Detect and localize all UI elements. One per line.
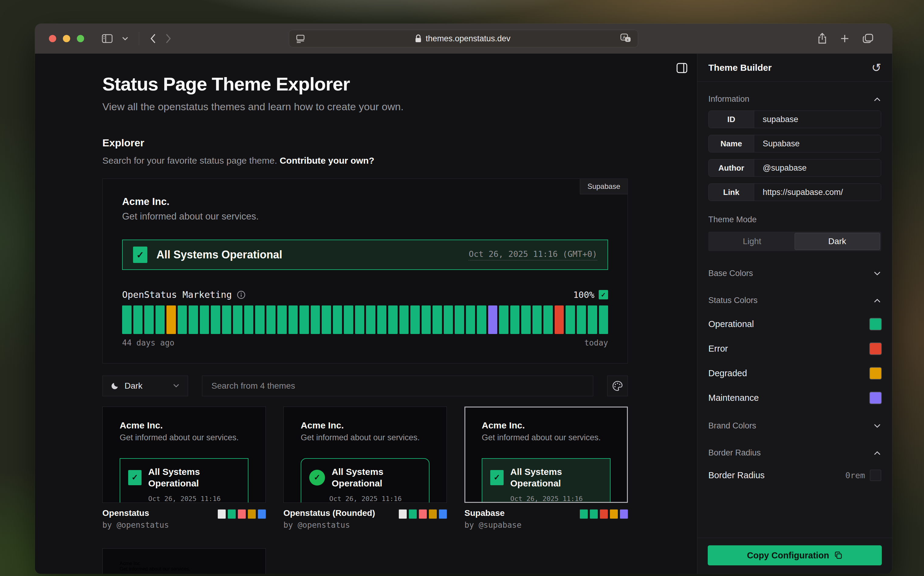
uptime-bar-operational[interactable] — [266, 306, 276, 334]
status-color-row-maintenance: Maintenance — [708, 392, 881, 403]
uptime-bar-operational[interactable] — [322, 306, 331, 334]
field-name-input[interactable]: Supabase — [754, 135, 881, 152]
new-tab-icon[interactable] — [840, 34, 850, 43]
uptime-bar-operational[interactable] — [444, 306, 453, 334]
minimize-window-button[interactable] — [63, 35, 70, 42]
uptime-bar-operational[interactable] — [355, 306, 365, 334]
uptime-bar-operational[interactable] — [178, 306, 187, 334]
sidebar-toggle-icon[interactable] — [102, 34, 113, 43]
uptime-bar-operational[interactable] — [599, 306, 609, 334]
uptime-bar-operational[interactable] — [244, 306, 254, 334]
address-bar[interactable]: themes.openstatus.dev Ax — [289, 30, 638, 47]
uptime-bar-maintenance[interactable] — [488, 306, 498, 334]
uptime-bar-operational[interactable] — [532, 306, 542, 334]
uptime-bar-operational[interactable] — [200, 306, 209, 334]
light-mode-option[interactable]: Light — [709, 233, 794, 250]
uptime-bar-operational[interactable] — [189, 306, 198, 334]
uptime-bar-operational[interactable] — [311, 306, 320, 334]
uptime-bar-operational[interactable] — [410, 306, 420, 334]
uptime-bar-operational[interactable] — [577, 306, 586, 334]
uptime-bar-operational[interactable] — [399, 306, 409, 334]
uptime-bar-operational[interactable] — [133, 306, 143, 334]
degraded-color-swatch[interactable] — [870, 368, 881, 379]
base-colors-section-header[interactable]: Base Colors — [708, 269, 881, 278]
border-radius-section-header[interactable]: Border Radius — [708, 448, 881, 458]
uptime-bar-operational[interactable] — [255, 306, 264, 334]
field-author-input[interactable]: @supabase — [754, 159, 881, 176]
sidebar-menu-chevron-icon[interactable] — [122, 37, 128, 41]
uptime-bar-operational[interactable] — [466, 306, 476, 334]
brand-colors-section-header[interactable]: Brand Colors — [708, 421, 881, 430]
theme-name[interactable]: Openstatus (Rounded) — [283, 508, 375, 518]
uptime-bar-operational[interactable] — [366, 306, 375, 334]
uptime-bar-operational[interactable] — [421, 306, 431, 334]
uptime-bar-operational[interactable] — [344, 306, 353, 334]
uptime-bar-operational[interactable] — [432, 306, 442, 334]
theme-color-swatch — [228, 509, 236, 518]
uptime-bar-error[interactable] — [555, 306, 564, 334]
uptime-bar-operational[interactable] — [122, 306, 131, 334]
uptime-bar-operational[interactable] — [543, 306, 553, 334]
share-icon[interactable] — [817, 33, 827, 44]
reset-icon[interactable]: ↺ — [871, 62, 881, 74]
theme-card-openstatus-rounded[interactable]: Acme Inc. Get informed about our service… — [283, 406, 447, 503]
mini-org-name: Acme Inc. — [120, 420, 248, 430]
uptime-bar-operational[interactable] — [588, 306, 597, 334]
error-color-swatch[interactable] — [870, 343, 881, 354]
theme-card-supabase-selected[interactable]: Acme Inc. Get informed about our service… — [464, 406, 628, 503]
theme-card-partial[interactable]: Acme Inc. Get informed about our service… — [102, 548, 266, 574]
forward-button[interactable] — [165, 33, 172, 44]
uptime-bar-operational[interactable] — [510, 306, 520, 334]
maintenance-color-swatch[interactable] — [870, 392, 881, 403]
window-controls — [49, 35, 84, 42]
uptime-bar-operational[interactable] — [277, 306, 287, 334]
panel-right-toggle-icon[interactable] — [676, 63, 687, 73]
uptime-bar-operational[interactable] — [455, 306, 464, 334]
information-section-header[interactable]: Information — [708, 94, 881, 104]
uptime-bar-operational[interactable] — [222, 306, 231, 334]
palette-icon[interactable] — [607, 376, 628, 396]
uptime-bar-operational[interactable] — [233, 306, 242, 334]
theme-name[interactable]: Openstatus — [102, 508, 169, 518]
tracker-range-end: today — [585, 338, 608, 347]
error-label: Error — [708, 344, 728, 354]
reader-icon[interactable] — [295, 34, 306, 44]
back-button[interactable] — [149, 33, 156, 44]
search-input[interactable] — [202, 376, 593, 396]
theme-name[interactable]: Supabase — [464, 508, 522, 518]
chevron-up-icon — [873, 97, 881, 102]
theme-color-swatch — [620, 509, 628, 518]
mini-org-description: Get informed about our services. — [120, 566, 248, 572]
uptime-bar-operational[interactable] — [288, 306, 298, 334]
tab-overview-icon[interactable] — [862, 34, 874, 44]
copy-configuration-button[interactable]: Copy Configuration — [708, 545, 882, 565]
uptime-bar-operational[interactable] — [144, 306, 154, 334]
uptime-bar-operational[interactable] — [155, 306, 165, 334]
status-timestamp[interactable]: Oct 26, 2025 11:16 (GMT+0) — [469, 249, 597, 261]
uptime-bar-operational[interactable] — [499, 306, 508, 334]
uptime-bar-operational[interactable] — [565, 306, 575, 334]
field-link-input[interactable]: https://supabase.com/ — [754, 184, 881, 201]
border-radius-input[interactable] — [870, 470, 881, 481]
info-icon[interactable] — [237, 290, 246, 299]
zoom-window-button[interactable] — [77, 35, 84, 42]
monitor-name: OpenStatus Marketing — [122, 290, 232, 300]
uptime-bar-operational[interactable] — [333, 306, 342, 334]
lock-icon — [415, 34, 422, 43]
dark-mode-option[interactable]: Dark — [794, 233, 880, 250]
translate-icon[interactable]: Ax — [620, 33, 632, 44]
uptime-bar-operational[interactable] — [211, 306, 220, 334]
field-id-input[interactable]: supabase — [754, 111, 881, 128]
uptime-bar-operational[interactable] — [521, 306, 531, 334]
uptime-bar-operational[interactable] — [477, 306, 486, 334]
contribute-link[interactable]: Contribute your own? — [280, 155, 375, 165]
uptime-bar-operational[interactable] — [377, 306, 387, 334]
theme-card-openstatus[interactable]: Acme Inc. Get informed about our service… — [102, 406, 266, 503]
status-colors-section-header[interactable]: Status Colors — [708, 296, 881, 305]
operational-color-swatch[interactable] — [870, 318, 881, 330]
uptime-bar-operational[interactable] — [299, 306, 309, 334]
theme-mode-dropdown[interactable]: Dark — [102, 376, 188, 396]
uptime-bar-operational[interactable] — [388, 306, 397, 334]
close-window-button[interactable] — [49, 35, 56, 42]
uptime-bar-degraded[interactable] — [167, 306, 176, 334]
